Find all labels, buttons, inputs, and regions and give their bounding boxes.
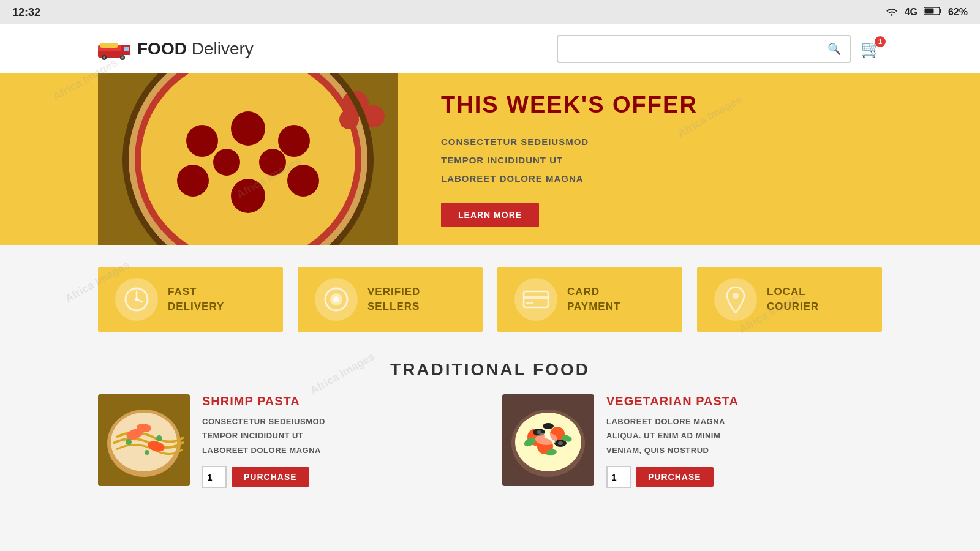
- svg-point-32: [135, 298, 138, 301]
- food-desc-shrimp: CONSECTETUR SEDEIUSMODTEMPOR INCIDIDUNT …: [202, 414, 478, 457]
- shrimp-purchase-button[interactable]: PURCHASE: [232, 467, 309, 487]
- svg-point-19: [278, 125, 310, 157]
- food-item-shrimp-pasta: SHRIMP PASTA CONSECTETUR SEDEIUSMODTEMPO…: [98, 394, 478, 488]
- wifi-icon: [885, 6, 899, 19]
- battery-icon: [924, 6, 942, 18]
- feature-label-card-payment: CARDPAYMENT: [567, 285, 620, 314]
- cart-button[interactable]: 🛒 1: [861, 39, 882, 59]
- food-name-veg: VEGETARIAN PASTA: [606, 394, 882, 408]
- veg-qty-input[interactable]: [606, 466, 631, 488]
- verify-icon: [323, 287, 349, 312]
- svg-point-48: [145, 450, 149, 455]
- logo-truck-icon: [98, 38, 130, 60]
- svg-point-20: [177, 165, 209, 197]
- food-item-vegetarian-pasta: VEGETARIAN PASTA LABOREET DOLORE MAGNAAL…: [502, 394, 882, 488]
- svg-rect-37: [524, 296, 548, 299]
- feature-label-verified-sellers: VERIFIEDSELLERS: [368, 285, 420, 314]
- veg-purchase-button[interactable]: PURCHASE: [636, 467, 714, 487]
- section-title: TRADITIONAL FOOD: [98, 360, 882, 380]
- network-indicator: 4G: [905, 7, 918, 18]
- feature-verified-sellers: VERIFIEDSELLERS: [298, 267, 483, 332]
- feature-label-local-courier: LOCALCOURIER: [767, 285, 819, 314]
- svg-point-47: [156, 435, 162, 441]
- svg-rect-38: [526, 302, 533, 304]
- svg-point-24: [259, 149, 286, 176]
- logo: FOOD Delivery: [98, 38, 254, 60]
- food-actions-shrimp: PURCHASE: [202, 466, 478, 488]
- card-payment-icon: [514, 278, 557, 321]
- svg-rect-2: [924, 9, 933, 14]
- svg-point-58: [537, 430, 541, 434]
- status-icons: 4G 62%: [885, 6, 968, 19]
- food-image-veg: [502, 394, 594, 486]
- battery-percent: 62%: [948, 7, 968, 18]
- svg-point-39: [733, 293, 739, 299]
- logo-text: FOOD Delivery: [137, 39, 254, 59]
- credit-card-icon: [522, 289, 549, 310]
- svg-point-8: [103, 56, 105, 59]
- offer-title: THIS WEEK'S OFFER: [441, 92, 943, 118]
- food-name-shrimp: SHRIMP PASTA: [202, 394, 478, 408]
- search-icon: 🔍: [827, 43, 841, 55]
- pizza-illustration: [98, 73, 398, 245]
- svg-point-22: [231, 179, 265, 213]
- status-bar: 12:32 4G 62%: [0, 0, 980, 24]
- feature-card-payment: CARDPAYMENT: [497, 267, 682, 332]
- food-image-shrimp: [98, 394, 190, 486]
- hero-banner: THIS WEEK'S OFFER CONSECTETUR SEDEIUSMOD…: [0, 73, 980, 245]
- verified-sellers-icon: [315, 278, 358, 321]
- hero-image: [98, 73, 404, 245]
- svg-point-18: [186, 125, 218, 157]
- search-input[interactable]: [558, 37, 819, 61]
- header: FOOD Delivery 🔍 🛒 1: [0, 24, 980, 73]
- svg-point-23: [213, 149, 240, 176]
- svg-point-57: [543, 423, 554, 429]
- svg-point-21: [287, 165, 319, 197]
- traditional-food-section: TRADITIONAL FOOD: [0, 354, 980, 500]
- svg-point-27: [339, 110, 359, 129]
- clock-icon: [124, 287, 149, 312]
- food-details-veg: VEGETARIAN PASTA LABOREET DOLORE MAGNAAL…: [606, 394, 882, 488]
- svg-point-10: [121, 56, 124, 59]
- svg-point-35: [333, 296, 339, 302]
- svg-point-17: [231, 111, 265, 146]
- features-row: FASTDELIVERY VERIFIEDSELLERS CARDPAYMENT: [0, 245, 980, 354]
- fast-delivery-icon: [115, 278, 158, 321]
- svg-point-46: [126, 439, 132, 445]
- food-desc-veg: LABOREET DOLORE MAGNAALIQUA. UT ENIM AD …: [606, 414, 882, 457]
- learn-more-button[interactable]: LEARN MORE: [441, 203, 539, 227]
- feature-label-fast-delivery: FASTDELIVERY: [168, 285, 224, 314]
- shrimp-qty-input[interactable]: [202, 466, 227, 488]
- header-right: 🔍 🛒 1: [557, 35, 882, 63]
- svg-point-63: [535, 433, 557, 445]
- local-courier-icon: [714, 278, 757, 321]
- svg-rect-6: [124, 47, 129, 51]
- food-actions-veg: PURCHASE: [606, 466, 882, 488]
- food-grid: SHRIMP PASTA CONSECTETUR SEDEIUSMODTEMPO…: [98, 394, 882, 488]
- svg-rect-11: [100, 43, 118, 48]
- hero-text: THIS WEEK'S OFFER CONSECTETUR SEDEIUSMOD…: [404, 73, 980, 245]
- feature-fast-delivery: FASTDELIVERY: [98, 267, 283, 332]
- status-time: 12:32: [12, 6, 40, 19]
- location-pin-icon: [725, 286, 747, 313]
- svg-point-59: [558, 441, 563, 445]
- food-details-shrimp: SHRIMP PASTA CONSECTETUR SEDEIUSMODTEMPO…: [202, 394, 478, 488]
- search-button[interactable]: 🔍: [819, 36, 850, 62]
- svg-point-16: [141, 73, 355, 245]
- offer-description: CONSECTETUR SEDEIUSMOD TEMPOR INCIDIDUNT…: [441, 133, 943, 188]
- cart-badge: 1: [875, 36, 886, 47]
- svg-rect-1: [940, 9, 941, 13]
- feature-local-courier: LOCALCOURIER: [697, 267, 882, 332]
- search-box: 🔍: [557, 35, 851, 63]
